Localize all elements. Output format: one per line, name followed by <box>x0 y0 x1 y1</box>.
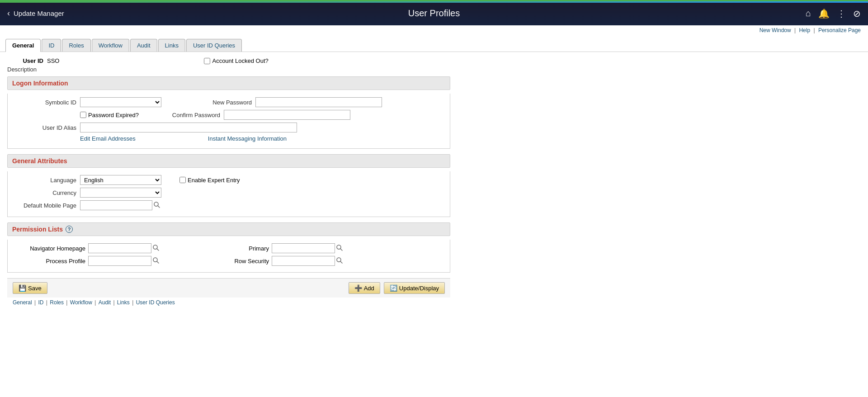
primary-label: Primary <box>197 245 269 252</box>
password-expired-row: Password Expired? Confirm Password <box>13 110 444 120</box>
footer-nav: General | ID | Roles | Workflow | Audit … <box>7 298 450 309</box>
back-arrow-icon[interactable]: ‹ <box>7 9 10 18</box>
bottom-action-bar: 💾 Save ➕ Add 🔄 Update/Display <box>7 278 450 298</box>
personalize-link[interactable]: Personalize Page <box>818 27 861 33</box>
svg-line-7 <box>157 261 159 263</box>
language-row: Language English French Spanish German C… <box>13 175 444 185</box>
svg-line-9 <box>340 261 342 263</box>
tab-general[interactable]: General <box>5 39 41 52</box>
app-header: ‹ Update Manager User Profiles ⌂ 🔔 ⋮ ⊘ <box>0 0 868 25</box>
instant-messaging-link[interactable]: Instant Messaging Information <box>208 135 287 142</box>
save-icon: 💾 <box>19 284 26 292</box>
footer-roles-link[interactable]: Roles <box>50 299 64 306</box>
permission-help-icon[interactable]: ? <box>66 226 73 233</box>
app-title-area[interactable]: ‹ Update Manager <box>7 9 64 18</box>
permission-lists-header: Permission Lists ? <box>7 222 450 236</box>
footer-id-link[interactable]: ID <box>38 299 44 306</box>
home-icon[interactable]: ⌂ <box>806 8 811 19</box>
symbolic-id-label: Symbolic ID <box>13 99 76 106</box>
language-select[interactable]: English French Spanish German Chinese <box>80 175 161 185</box>
tab-user-id-queries[interactable]: User ID Queries <box>186 39 242 52</box>
process-profile-label: Process Profile <box>13 258 85 265</box>
tab-links[interactable]: Links <box>158 39 185 52</box>
close-circle-icon[interactable]: ⊘ <box>853 8 861 19</box>
update-display-button[interactable]: 🔄 Update/Display <box>384 282 445 294</box>
bottom-right-actions: ➕ Add 🔄 Update/Display <box>349 282 445 294</box>
footer-user-id-queries-link[interactable]: User ID Queries <box>136 299 175 306</box>
app-title: Update Manager <box>14 9 64 17</box>
main-content: User ID SSO Account Locked Out? Descript… <box>0 52 868 315</box>
user-id-alias-label: User ID Alias <box>13 124 76 131</box>
user-id-label: User ID <box>7 57 43 64</box>
account-locked-area: Account Locked Out? <box>204 57 268 64</box>
save-button[interactable]: 💾 Save <box>13 282 47 294</box>
process-profile-input[interactable] <box>88 256 151 266</box>
bell-icon[interactable]: 🔔 <box>818 8 830 19</box>
symbolic-id-row: Symbolic ID Option 1 Option 2 New Passwo… <box>13 97 444 107</box>
tab-roles[interactable]: Roles <box>62 39 90 52</box>
primary-search-icon[interactable] <box>336 244 344 252</box>
footer-workflow-link[interactable]: Workflow <box>70 299 92 306</box>
user-id-alias-input[interactable] <box>80 123 297 132</box>
password-expired-checkbox[interactable] <box>80 112 86 118</box>
password-expired-label: Password Expired? <box>88 112 139 118</box>
currency-row: Currency <box>13 188 444 198</box>
header-actions: ⌂ 🔔 ⋮ ⊘ <box>806 8 861 19</box>
language-label: Language <box>13 177 76 184</box>
help-link[interactable]: Help <box>799 27 810 33</box>
default-mobile-page-search-icon[interactable] <box>153 201 161 209</box>
confirm-password-input[interactable] <box>224 110 350 120</box>
currency-select[interactable] <box>80 188 161 198</box>
enable-expert-checkbox[interactable] <box>179 177 186 183</box>
row-security-search-icon[interactable] <box>336 257 344 265</box>
new-password-input[interactable] <box>255 97 382 107</box>
user-id-alias-row: User ID Alias <box>13 123 444 132</box>
navigator-primary-row: Navigator Homepage Primary <box>13 243 444 253</box>
currency-label: Currency <box>13 189 76 196</box>
footer-audit-link[interactable]: Audit <box>99 299 111 306</box>
more-options-icon[interactable]: ⋮ <box>837 8 846 19</box>
svg-line-5 <box>340 249 342 250</box>
add-button[interactable]: ➕ Add <box>349 282 380 294</box>
general-attributes-section: General Attributes Language English Fren… <box>7 154 450 217</box>
footer-general-link[interactable]: General <box>13 299 32 306</box>
general-attributes-header: General Attributes <box>7 154 450 168</box>
description-row: Description <box>7 66 450 73</box>
navigator-homepage-label: Navigator Homepage <box>13 245 85 252</box>
symbolic-id-select[interactable]: Option 1 Option 2 <box>80 97 161 107</box>
svg-line-1 <box>158 206 160 208</box>
tab-id[interactable]: ID <box>42 39 61 52</box>
svg-line-3 <box>157 249 159 250</box>
tab-workflow[interactable]: Workflow <box>92 39 129 52</box>
logon-section-body: Symbolic ID Option 1 Option 2 New Passwo… <box>7 94 450 149</box>
default-mobile-page-label: Default Mobile Page <box>13 202 76 209</box>
default-mobile-page-row: Default Mobile Page <box>13 200 444 210</box>
update-display-icon: 🔄 <box>390 284 397 292</box>
logon-section: Logon Information Symbolic ID Option 1 O… <box>7 76 450 149</box>
footer-links-link[interactable]: Links <box>117 299 130 306</box>
row-security-label: Row Security <box>197 258 269 265</box>
logon-section-header: Logon Information <box>7 76 450 90</box>
process-search-icon[interactable] <box>152 257 160 265</box>
process-rowsecurity-row: Process Profile Row Security <box>13 256 444 266</box>
permission-lists-body: Navigator Homepage Primary Process Profi… <box>7 240 450 273</box>
primary-input[interactable] <box>272 243 335 253</box>
description-label: Description <box>7 66 37 73</box>
confirm-password-label: Confirm Password <box>157 112 220 118</box>
tab-audit[interactable]: Audit <box>130 39 157 52</box>
user-id-value: SSO <box>47 57 59 64</box>
navigator-search-icon[interactable] <box>152 244 160 252</box>
bottom-left-actions: 💾 Save <box>13 282 47 294</box>
account-locked-label: Account Locked Out? <box>212 57 268 64</box>
edit-email-link[interactable]: Edit Email Addresses <box>80 135 136 142</box>
page-title: User Profiles <box>408 8 460 19</box>
navigator-homepage-input[interactable] <box>88 243 151 253</box>
general-attributes-body: Language English French Spanish German C… <box>7 171 450 217</box>
account-locked-checkbox[interactable] <box>204 58 210 64</box>
enable-expert-label: Enable Expert Entry <box>188 177 240 184</box>
default-mobile-page-input[interactable] <box>80 200 152 210</box>
row-security-input[interactable] <box>272 256 335 266</box>
new-window-link[interactable]: New Window <box>760 27 791 33</box>
permission-lists-section: Permission Lists ? Navigator Homepage Pr… <box>7 222 450 273</box>
new-password-label: New Password <box>189 99 252 106</box>
